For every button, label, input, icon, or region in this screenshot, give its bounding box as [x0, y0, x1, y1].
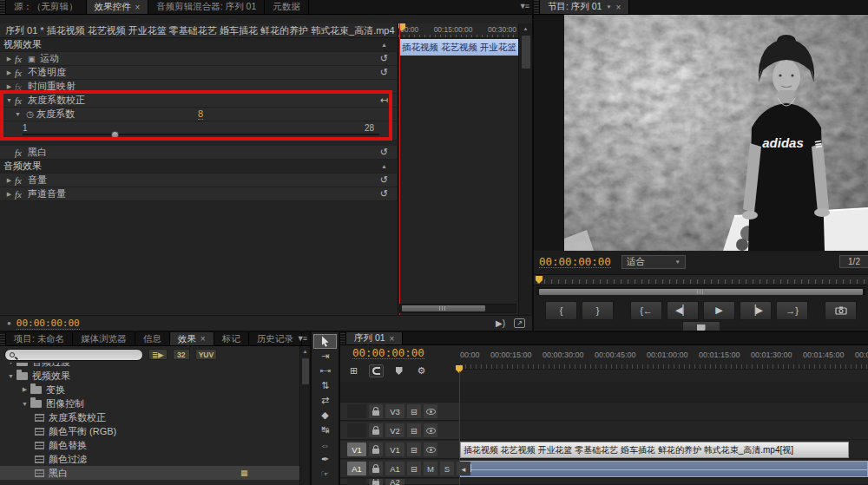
solo-button[interactable]: S — [440, 462, 454, 475]
track-name[interactable]: V1 — [385, 442, 404, 456]
selection-tool[interactable] — [313, 334, 337, 349]
effect-row-time-remapping[interactable]: ▶ fx 时间重映射 — [0, 80, 397, 94]
mute-button[interactable]: M — [424, 462, 437, 475]
toggle-track-output-button[interactable] — [424, 404, 437, 418]
tree-item-color-balance-rgb[interactable]: 颜色平衡 (RGB) — [0, 424, 299, 438]
track-lock-button[interactable] — [369, 442, 383, 456]
playhead-line[interactable] — [459, 371, 460, 485]
program-timecode[interactable]: 00:00:00:00 — [539, 256, 611, 268]
disclosure-triangle-icon[interactable]: ▼ — [5, 363, 16, 365]
video-clip[interactable]: 插花视频 花艺视频 开业花篮 零基础花艺 婚车插花 鲜花的养护 韩式花束_高清.… — [460, 442, 849, 458]
source-patch[interactable] — [347, 404, 366, 418]
disclosure-triangle-icon[interactable]: ▶ — [3, 83, 15, 90]
go-to-in-button[interactable]: {← — [630, 301, 662, 320]
32bit-filter-icon[interactable]: 32 — [173, 349, 190, 360]
track-lock-button[interactable] — [369, 423, 383, 437]
track-name[interactable]: V2 — [385, 423, 404, 437]
fx-badge-icon[interactable]: fx — [15, 175, 28, 186]
tab-media-browser[interactable]: 媒体浏览器 — [73, 332, 135, 345]
panel-menu-icon[interactable]: ▼≡ — [519, 2, 528, 10]
mark-in-button[interactable]: { — [545, 301, 577, 320]
track-lane-a1[interactable]: fx — [460, 460, 868, 478]
play-button[interactable]: ▶ — [703, 301, 735, 320]
tree-item-image-control[interactable]: ▼ 图像控制 — [0, 397, 299, 410]
tab-effect-controls[interactable]: 效果控件× — [87, 0, 149, 14]
gamma-slider-track[interactable] — [23, 134, 379, 135]
panel-drag-grip[interactable] — [534, 0, 540, 14]
disclosure-triangle-icon[interactable]: ▶ — [19, 386, 30, 393]
export-frame-button[interactable] — [825, 301, 857, 320]
zoom-level-select[interactable]: 适合 ▼ — [621, 255, 686, 269]
chevron-down-icon[interactable]: ▼ — [606, 4, 611, 10]
tab-audio-clip-mixer[interactable]: 音频剪辑混合器: 序列 01 — [148, 0, 265, 14]
mini-timeline-hscrollbar[interactable] — [399, 304, 516, 313]
tab-info[interactable]: 信息 — [135, 332, 170, 345]
track-lane-v3[interactable] — [460, 403, 868, 421]
track-lock-button[interactable] — [369, 479, 383, 485]
timeline-timecode[interactable]: 00:00:00:00 — [352, 347, 424, 359]
add-marker-icon[interactable] — [391, 364, 406, 377]
fx-badge-icon[interactable]: fx — [15, 95, 28, 106]
disclosure-triangle-icon[interactable]: ▶ — [3, 177, 15, 184]
mark-out-button[interactable]: } — [582, 301, 614, 320]
effect-row-channel-volume[interactable]: ▶ fx 声道音量 ↺ — [0, 187, 397, 201]
panel-drag-grip[interactable] — [0, 332, 6, 345]
rate-stretch-tool[interactable]: ⇄ — [313, 393, 337, 408]
track-name[interactable]: A2 — [385, 479, 404, 485]
track-lock-button[interactable] — [369, 462, 383, 475]
export-icon[interactable]: ↗ — [514, 318, 525, 328]
tree-item-color-replace[interactable]: 颜色替换 — [0, 438, 299, 452]
scrollbar-thumb[interactable] — [522, 36, 530, 69]
tab-source-monitor[interactable]: 源：（无剪辑） — [6, 0, 87, 14]
gamma-slider-thumb[interactable] — [111, 131, 119, 139]
track-lane-v1[interactable]: 插花视频 花艺视频 开业花篮 零基础花艺 婚车插花 鲜花的养护 韩式花束_高清.… — [460, 441, 868, 459]
sync-lock-icon[interactable]: ⊟ — [407, 404, 421, 418]
tree-item-audio-transitions[interactable]: ▼ 音频过渡 — [0, 363, 299, 369]
mini-timeline-ruler[interactable]: 00:00 00:15:00:00 00:30:00 — [398, 23, 518, 38]
param-row-gamma[interactable]: ▼ ◷ 灰度系数 8 — [0, 108, 397, 121]
fx-badge-icon[interactable]: fx — [15, 68, 28, 78]
effect-row-motion[interactable]: ▶ fx ▣ 运动 ↺ — [0, 52, 397, 66]
razor-tool[interactable]: ◆ — [313, 408, 337, 423]
source-patch[interactable] — [347, 479, 366, 485]
step-back-button[interactable]: ◀▏ — [667, 301, 699, 320]
effect-controls-vscrollbar[interactable]: ▲ — [518, 23, 532, 315]
disclosure-triangle-icon[interactable]: ▼ — [3, 97, 15, 103]
sync-lock-icon[interactable]: ⊟ — [407, 462, 421, 475]
close-icon[interactable]: × — [390, 334, 395, 344]
ripple-edit-tool[interactable]: ⇤⇥ — [313, 364, 337, 378]
pen-tool[interactable]: ✒ — [313, 452, 337, 467]
scrollbar-thumb[interactable] — [402, 305, 485, 311]
mini-timeline-clip[interactable]: 插花视频 花艺视频 开业花篮 零 — [399, 39, 518, 56]
slide-tool[interactable]: ⇔ — [313, 437, 337, 452]
scroll-up-icon[interactable]: ▲ — [300, 346, 310, 357]
reset-icon[interactable]: ↺ — [380, 174, 388, 186]
disclosure-triangle-icon[interactable]: ▶ — [3, 69, 15, 76]
track-lane-a2[interactable] — [460, 479, 868, 485]
timeline-ruler[interactable]: 00:00 00:00:15:00 00:00:30:00 00:00:45:0… — [460, 351, 868, 362]
track-name[interactable]: A1 — [385, 462, 404, 475]
tree-item-black-white[interactable]: 黑白 ▦ — [0, 466, 299, 480]
tab-program-monitor[interactable]: 节目: 序列 01 ▼ × — [540, 0, 629, 14]
panel-menu-icon[interactable]: ▼≡ — [297, 334, 306, 343]
reset-icon[interactable]: ↺ — [380, 147, 388, 158]
source-patch[interactable] — [347, 423, 366, 437]
panel-drag-grip[interactable] — [340, 332, 346, 344]
tree-item-color-pass[interactable]: 颜色过滤 — [0, 452, 299, 466]
track-lock-button[interactable] — [369, 404, 383, 418]
effects-vscrollbar[interactable]: ▲ — [299, 346, 310, 485]
track-lane-v2[interactable] — [460, 422, 868, 440]
yuv-filter-icon[interactable]: YUV — [195, 349, 217, 360]
tab-sequence[interactable]: 序列 01 × — [346, 332, 403, 344]
play-indicator-icon[interactable]: ▶) — [496, 318, 505, 328]
fx-badge-icon[interactable]: fx — [15, 189, 28, 200]
step-forward-button[interactable]: ▕▶ — [740, 301, 772, 320]
track-name[interactable]: V3 — [385, 404, 404, 418]
effect-row-volume[interactable]: ▶ fx 音量 ↺ — [0, 174, 397, 187]
track-select-tool[interactable]: ⇥ — [313, 349, 337, 364]
audio-effects-section-header[interactable]: 音频效果 ▲ — [0, 160, 397, 174]
tree-item-gamma-correction[interactable]: 灰度系数校正 — [0, 410, 299, 424]
panel-drag-grip[interactable] — [0, 0, 6, 14]
tab-project[interactable]: 项目: 未命名 — [6, 332, 73, 345]
effect-controls-mini-timeline[interactable]: 00:00 00:15:00:00 00:30:00 插花视频 花艺视频 开业花… — [398, 23, 518, 315]
